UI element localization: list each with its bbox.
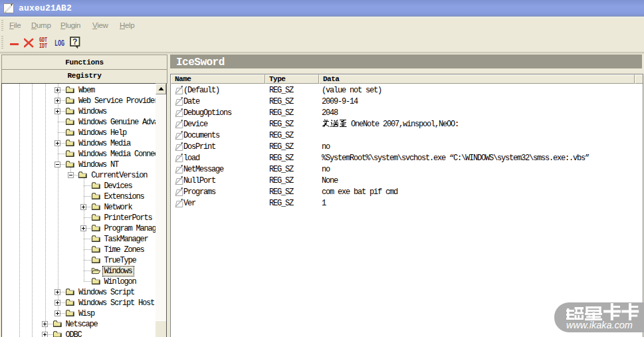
svg-text:www.ikaka.com: www.ikaka.com [566, 320, 633, 330]
svg-text:?: ? [72, 38, 78, 47]
